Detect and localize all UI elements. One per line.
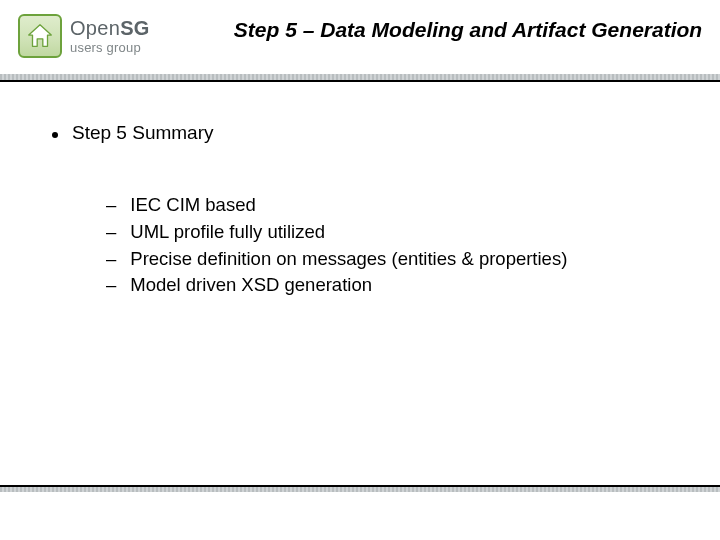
logo-line2: users group bbox=[70, 41, 150, 54]
slide-header: OpenSG users group Step 5 – Data Modelin… bbox=[0, 0, 720, 82]
house-icon bbox=[18, 14, 62, 58]
header-hatch bbox=[0, 74, 720, 80]
list-item: – UML profile fully utilized bbox=[106, 219, 684, 246]
logo-bold: SG bbox=[120, 17, 150, 39]
dash-icon: – bbox=[106, 192, 116, 219]
summary-items: – IEC CIM based – UML profile fully util… bbox=[106, 192, 684, 299]
item-text: Model driven XSD generation bbox=[130, 272, 372, 299]
slide-content: Step 5 Summary – IEC CIM based – UML pro… bbox=[0, 82, 720, 299]
slide-title: Step 5 – Data Modeling and Artifact Gene… bbox=[228, 14, 708, 47]
item-text: Precise definition on messages (entities… bbox=[130, 246, 567, 273]
logo-line1: OpenSG bbox=[70, 18, 150, 38]
bullet-icon bbox=[52, 132, 58, 138]
item-text: UML profile fully utilized bbox=[130, 219, 325, 246]
logo-prefix: Open bbox=[70, 17, 120, 39]
item-text: IEC CIM based bbox=[130, 192, 255, 219]
footer-rule bbox=[0, 485, 720, 492]
list-item: – Precise definition on messages (entiti… bbox=[106, 246, 684, 273]
list-item: – IEC CIM based bbox=[106, 192, 684, 219]
house-icon-svg bbox=[25, 21, 55, 51]
summary-label: Step 5 Summary bbox=[72, 122, 214, 144]
dash-icon: – bbox=[106, 219, 116, 246]
logo-text: OpenSG users group bbox=[70, 18, 150, 54]
list-item: – Model driven XSD generation bbox=[106, 272, 684, 299]
summary-heading: Step 5 Summary bbox=[52, 122, 684, 144]
logo: OpenSG users group bbox=[12, 8, 218, 64]
dash-icon: – bbox=[106, 246, 116, 273]
dash-icon: – bbox=[106, 272, 116, 299]
